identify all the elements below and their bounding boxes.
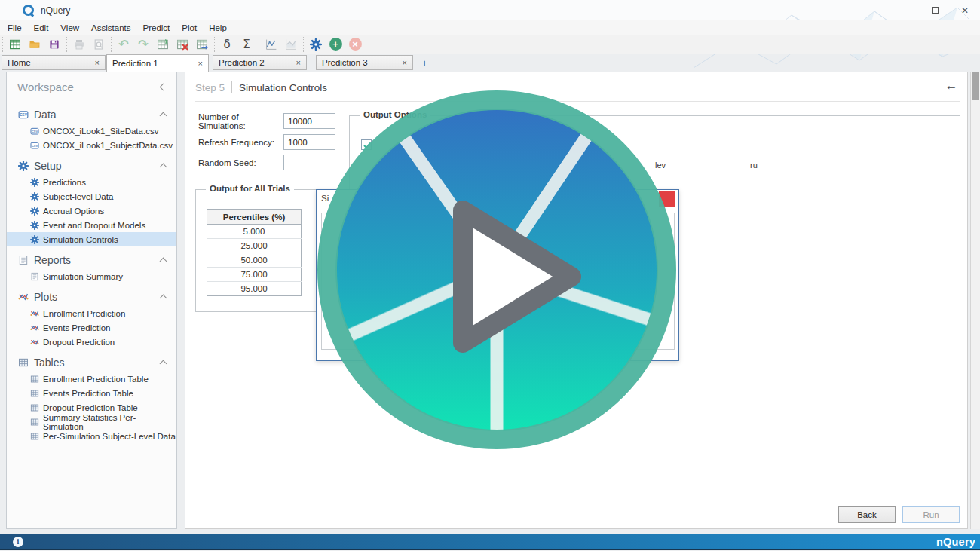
delta-button[interactable]: δ: [217, 35, 237, 54]
chevron-up-icon[interactable]: [160, 295, 167, 302]
save-button[interactable]: [44, 35, 64, 54]
scatter-plot-icon: [18, 292, 29, 302]
sidebar-item-dropout-prediction[interactable]: Dropout Prediction: [7, 335, 176, 349]
percentile-cell[interactable]: 50.000: [207, 253, 302, 268]
chevron-up-icon[interactable]: [160, 164, 167, 171]
sidebar-item-simulation-summary[interactable]: Simulation Summary: [7, 269, 176, 283]
sidebar-item-subjectdata[interactable]: ONCOX_iLook1_SubjectData.csv: [7, 138, 176, 152]
run-button[interactable]: Run: [902, 506, 960, 523]
random-seed-label: Random Seed:: [198, 158, 283, 167]
chevron-up-icon[interactable]: [160, 112, 167, 120]
tab-prediction-2[interactable]: Prediction 2 ×: [213, 55, 307, 70]
sidebar-item-summary-statistics-per-simulation[interactable]: Summary Statistics Per-Simulation: [7, 415, 176, 429]
video-play-overlay[interactable]: [315, 88, 678, 452]
minimize-button[interactable]: —: [890, 0, 920, 20]
sigma-icon: Σ: [243, 38, 250, 51]
report-icon: [18, 255, 29, 265]
output-all-trials-legend: Output for All Trials: [206, 184, 294, 193]
sidebar-section-setup[interactable]: Setup: [7, 157, 176, 175]
sidebar-item-per-simulation-subject-level-data[interactable]: Per-Simulation Subject-Level Data: [7, 429, 176, 443]
import-table-button[interactable]: [153, 35, 173, 54]
menu-assistants[interactable]: Assistants: [85, 22, 136, 34]
add-button[interactable]: +: [326, 35, 345, 54]
sidebar-item-event-dropout-models[interactable]: Event and Dropout Models: [7, 218, 176, 232]
new-table-button[interactable]: [5, 35, 25, 54]
gear-icon: [30, 221, 39, 230]
page-title: Simulation Controls: [239, 82, 327, 93]
close-button[interactable]: ✕: [950, 0, 980, 20]
scatter-plot-icon: [30, 323, 39, 332]
tab-close-icon[interactable]: ×: [84, 58, 100, 67]
sidebar-item-events-prediction[interactable]: Events Prediction: [7, 320, 176, 335]
print-button[interactable]: [69, 35, 89, 54]
sidebar-section-plots[interactable]: Plots: [7, 288, 176, 306]
tab-home[interactable]: Home ×: [2, 55, 106, 70]
export-table-icon: [196, 38, 208, 51]
close-prediction-button[interactable]: ×: [345, 35, 365, 54]
close-circle-icon: ×: [349, 38, 362, 51]
gear-icon: [30, 192, 39, 201]
csv-file-icon: [18, 109, 29, 120]
menu-plot[interactable]: Plot: [176, 22, 203, 34]
percentile-cell[interactable]: 95.000: [207, 282, 302, 296]
table-icon: [18, 357, 29, 368]
export-table-button[interactable]: [192, 35, 212, 54]
delete-table-button[interactable]: [173, 35, 192, 54]
table-icon: [30, 418, 39, 427]
sidebar-item-accrual-options[interactable]: Accrual Options: [7, 204, 176, 218]
area-plot-button[interactable]: [281, 35, 301, 54]
num-simulations-row: Number of Simulations:: [198, 113, 283, 129]
sidebar-item-predictions[interactable]: Predictions: [7, 175, 176, 189]
menu-predict[interactable]: Predict: [137, 22, 176, 34]
tab-prediction-3[interactable]: Prediction 3 ×: [316, 55, 413, 70]
chevron-up-icon[interactable]: [160, 258, 167, 265]
navigate-back-arrow[interactable]: ←: [943, 78, 960, 93]
chevron-up-icon[interactable]: [160, 360, 167, 368]
undo-button[interactable]: ↶: [114, 35, 133, 54]
add-circle-icon: +: [329, 38, 342, 51]
gear-icon: [18, 161, 29, 171]
sidebar-section-reports[interactable]: Reports: [7, 251, 176, 269]
sidebar-section-data[interactable]: Data: [7, 106, 176, 124]
print-preview-button[interactable]: [89, 35, 109, 54]
tab-prediction-1[interactable]: Prediction 1 ×: [106, 54, 209, 72]
menu-view[interactable]: View: [54, 22, 85, 34]
redo-button[interactable]: ↷: [133, 35, 153, 54]
percentile-cell[interactable]: 25.000: [207, 239, 302, 253]
tab-close-icon[interactable]: ×: [188, 59, 203, 68]
application-window: nQuery — ✕ File Edit View Assistants Pre…: [0, 0, 980, 551]
new-tab-button[interactable]: +: [418, 57, 431, 69]
scatter-plot-icon: [30, 338, 39, 347]
tab-close-icon[interactable]: ×: [286, 58, 301, 67]
sidebar-item-sitedata[interactable]: ONCOX_iLook1_SiteData.csv: [7, 124, 176, 138]
info-icon[interactable]: i: [13, 537, 23, 547]
sidebar-section-tables[interactable]: Tables: [7, 354, 176, 372]
vertical-scrollbar[interactable]: [970, 72, 980, 529]
line-plot-button[interactable]: [262, 35, 281, 54]
percentile-cell[interactable]: 75.000: [207, 268, 302, 282]
sidebar-item-enrollment-prediction[interactable]: Enrollment Prediction: [7, 306, 176, 320]
tab-close-icon[interactable]: ×: [392, 58, 407, 67]
open-folder-icon: [29, 38, 41, 51]
menu-help[interactable]: Help: [203, 22, 233, 34]
refresh-frequency-row: Refresh Frequency:: [198, 134, 283, 150]
open-file-button[interactable]: [25, 35, 44, 54]
scrollbar-thumb[interactable]: [972, 72, 979, 100]
back-button[interactable]: Back: [838, 506, 896, 523]
sidebar-item-subject-level-data[interactable]: Subject-level Data: [7, 189, 176, 204]
workspace-sidebar: Workspace Data ONCOX_iLook1_SiteData.csv…: [6, 72, 177, 529]
sidebar-item-enrollment-prediction-table[interactable]: Enrollment Prediction Table: [7, 372, 176, 386]
maximize-button[interactable]: [920, 0, 950, 20]
delta-icon: δ: [223, 38, 230, 51]
tab-bar: Home × Prediction 1 × Prediction 2 × Pre…: [0, 54, 980, 72]
area-plot-icon: [285, 38, 297, 51]
random-seed-row: Random Seed:: [198, 155, 283, 170]
menu-edit[interactable]: Edit: [28, 22, 55, 34]
sidebar-item-events-prediction-table[interactable]: Events Prediction Table: [7, 386, 176, 400]
collapse-sidebar-icon[interactable]: [160, 84, 167, 91]
percentile-cell[interactable]: 5.000: [207, 225, 302, 239]
menu-file[interactable]: File: [2, 22, 28, 34]
settings-button[interactable]: [306, 35, 326, 54]
sidebar-item-simulation-controls[interactable]: Simulation Controls: [7, 232, 176, 246]
sigma-button[interactable]: Σ: [237, 35, 256, 54]
